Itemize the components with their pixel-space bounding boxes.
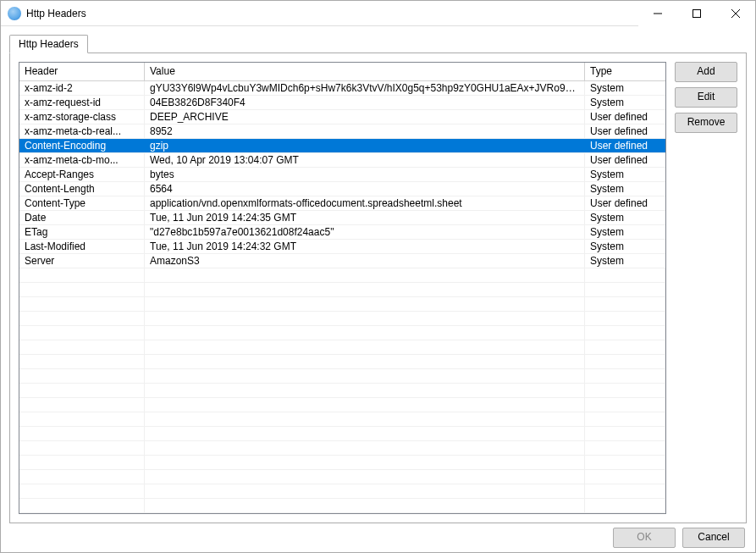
window-controls [638,1,755,25]
table-row-empty [19,441,665,456]
cell-value: Wed, 10 Apr 2019 13:04:07 GMT [145,153,585,167]
cell-value: gzip [145,139,585,152]
table-body: x-amz-id-2gYU33Y6l9Wp4vLcbuY3wMIDch6p+sH… [19,81,665,513]
cell-type: User defined [585,124,665,138]
table-row-empty [19,297,665,312]
cell-type: System [585,211,665,224]
cell-value: 8952 [145,124,585,138]
cell-type: System [585,225,665,239]
cell-header: Accept-Ranges [19,168,145,181]
minimize-icon [654,9,662,18]
table-row[interactable]: ServerAmazonS3System [19,254,665,268]
cell-header: Content-Encoding [19,139,145,152]
cancel-button[interactable]: Cancel [682,528,745,548]
ok-button[interactable]: OK [613,528,676,548]
tab-http-headers[interactable]: Http Headers [9,35,88,53]
cell-type: System [585,240,665,253]
table-row-empty [19,312,665,326]
cell-value: application/vnd.openxmlformats-officedoc… [145,196,585,210]
cell-type: System [585,182,665,196]
dialog-footer: OK Cancel [1,523,755,552]
content-area: Http Headers Header Value Type x-amz-id-… [1,26,755,523]
edit-button[interactable]: Edit [675,87,737,108]
column-header-type[interactable]: Type [585,63,665,81]
cell-value: 04EB3826D8F340F4 [145,96,585,109]
close-button[interactable] [716,1,755,26]
cell-value: Tue, 11 Jun 2019 14:24:32 GMT [145,240,585,253]
table-row[interactable]: x-amz-request-id04EB3826D8F340F4System [19,96,665,110]
table-row-empty [19,369,665,384]
window: Http Headers Http Headers Header Value T… [0,0,756,553]
cell-type: System [585,168,665,181]
cell-header: Content-Length [19,182,145,196]
table-row-empty [19,268,665,283]
cell-type: System [585,96,665,109]
maximize-icon [693,9,701,18]
column-header-value[interactable]: Value [145,63,585,81]
table-row-empty [19,326,665,340]
cell-header: x-amz-request-id [19,96,145,109]
cell-value: DEEP_ARCHIVE [145,110,585,124]
cell-value: Tue, 11 Jun 2019 14:24:35 GMT [145,211,585,224]
table-row-empty [19,355,665,369]
table-row[interactable]: Last-ModifiedTue, 11 Jun 2019 14:24:32 G… [19,240,665,254]
headers-table: Header Value Type x-amz-id-2gYU33Y6l9Wp4… [19,62,666,514]
cell-value: "d27e8bc1b597a7e0013621d08f24aac5" [145,225,585,239]
table-row-empty [19,340,665,355]
cell-header: Date [19,211,145,224]
tab-strip: Http Headers [9,35,747,53]
cell-header: Server [19,254,145,268]
table-row[interactable]: Content-EncodinggzipUser defined [19,139,665,153]
cell-type: User defined [585,139,665,152]
cell-type: System [585,81,665,95]
cell-header: x-amz-storage-class [19,110,145,124]
table-row-empty [19,427,665,441]
cell-header: ETag [19,225,145,239]
table-row[interactable]: x-amz-id-2gYU33Y6l9Wp4vLcbuY3wMIDch6p+sH… [19,81,665,96]
table-row-empty [19,398,665,412]
remove-button[interactable]: Remove [675,113,737,133]
table-row[interactable]: x-amz-storage-classDEEP_ARCHIVEUser defi… [19,110,665,124]
table-row[interactable]: Content-Length6564System [19,182,665,196]
table-row-empty [19,470,665,484]
table-row-empty [19,384,665,398]
titlebar: Http Headers [1,1,755,26]
side-buttons: Add Edit Remove [675,62,737,514]
maximize-button[interactable] [677,1,716,26]
minimize-button[interactable] [638,1,677,26]
table-row[interactable]: x-amz-meta-cb-real...8952User defined [19,124,665,139]
column-headers: Header Value Type [19,63,665,81]
table-row-empty [19,484,665,499]
cell-type: User defined [585,110,665,124]
cell-type: User defined [585,153,665,167]
table-row-empty [19,412,665,427]
tab-panel: Header Value Type x-amz-id-2gYU33Y6l9Wp4… [9,53,747,523]
cell-type: System [585,254,665,268]
cell-type: User defined [585,196,665,210]
app-icon [8,7,21,20]
table-row-empty [19,456,665,470]
table-row-empty [19,499,665,513]
table-row-empty [19,283,665,297]
table-row[interactable]: ETag"d27e8bc1b597a7e0013621d08f24aac5"Sy… [19,225,665,240]
cell-header: x-amz-meta-cb-real... [19,124,145,138]
cell-value: 6564 [145,182,585,196]
table-row[interactable]: Content-Typeapplication/vnd.openxmlforma… [19,196,665,211]
cell-header: Content-Type [19,196,145,210]
close-icon [731,9,740,18]
column-header-header[interactable]: Header [19,63,145,81]
window-title: Http Headers [26,8,638,19]
cell-value: bytes [145,168,585,181]
cell-value: AmazonS3 [145,254,585,268]
add-button[interactable]: Add [675,62,737,82]
cell-value: gYU33Y6l9Wp4vLcbuY3wMIDch6p+sHw7k6k3VtvV… [145,81,585,95]
cell-header: Last-Modified [19,240,145,253]
cell-header: x-amz-meta-cb-mo... [19,153,145,167]
cell-header: x-amz-id-2 [19,81,145,95]
table-row[interactable]: x-amz-meta-cb-mo...Wed, 10 Apr 2019 13:0… [19,153,665,168]
svg-rect-1 [693,10,701,18]
table-row[interactable]: DateTue, 11 Jun 2019 14:24:35 GMTSystem [19,211,665,225]
table-row[interactable]: Accept-RangesbytesSystem [19,168,665,182]
